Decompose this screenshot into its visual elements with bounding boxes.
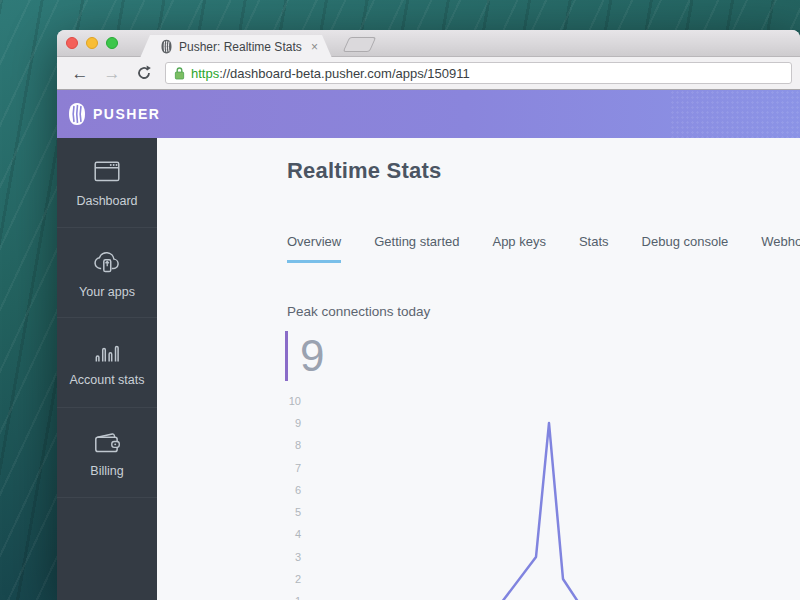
tab-stats[interactable]: Stats [579, 234, 609, 263]
stat-accent-bar [285, 331, 288, 381]
cloud-upload-icon [91, 247, 123, 277]
minimize-window-button[interactable] [86, 37, 98, 49]
close-window-button[interactable] [66, 37, 78, 49]
dashboard-icon [92, 158, 122, 186]
connections-line-chart [283, 390, 800, 600]
url-path: ://dashboard-beta.pusher.com/apps/150911 [219, 66, 470, 81]
sidebar-item-account-stats[interactable]: Account stats [57, 318, 157, 408]
tab-overview[interactable]: Overview [287, 234, 341, 263]
window-controls [66, 37, 118, 49]
desktop-wallpaper: Pusher: Realtime Stats - O × ← → [0, 0, 800, 600]
sidebar-item-label: Dashboard [76, 194, 137, 208]
stat-label: Peak connections today [287, 304, 430, 319]
url-scheme: https [191, 66, 219, 81]
pusher-favicon-icon [160, 39, 173, 54]
app-header: PUSHER [57, 90, 800, 138]
sidebar-item-dashboard[interactable]: Dashboard [57, 138, 157, 228]
pusher-brand[interactable]: PUSHER [67, 102, 160, 126]
tab-title: Pusher: Realtime Stats - O [179, 40, 305, 54]
page-title: Realtime Stats [287, 158, 441, 184]
line-series [486, 423, 592, 600]
tab-debug-console[interactable]: Debug console [642, 234, 729, 263]
tab-close-icon[interactable]: × [311, 41, 318, 53]
browser-tab[interactable]: Pusher: Realtime Stats - O × [140, 35, 332, 58]
sidebar-item-your-apps[interactable]: Your apps [57, 228, 157, 318]
tab-webhooks[interactable]: Webhooks [761, 234, 800, 263]
main-content: Realtime Stats Overview Getting started … [157, 138, 800, 600]
zoom-window-button[interactable] [106, 37, 118, 49]
sidebar-item-label: Billing [90, 464, 123, 478]
url-text: https://dashboard-beta.pusher.com/apps/1… [191, 66, 470, 81]
tab-app-keys[interactable]: App keys [492, 234, 545, 263]
new-tab-button[interactable] [343, 37, 377, 52]
sidebar: Dashboard Your apps [57, 138, 157, 600]
sidebar-item-label: Account stats [69, 373, 144, 387]
brand-name: PUSHER [93, 106, 160, 122]
browser-window: Pusher: Realtime Stats - O × ← → [57, 30, 800, 600]
peak-connections-stat: 9 [285, 331, 324, 381]
pusher-logo-icon [67, 102, 87, 126]
browser-toolbar: ← → https://dashboard-beta.pusher.com/ap… [57, 57, 800, 90]
stat-value: 9 [300, 334, 324, 378]
sidebar-item-billing[interactable]: Billing [57, 408, 157, 498]
forward-button[interactable]: → [101, 65, 123, 82]
back-button[interactable]: ← [69, 65, 91, 82]
sidebar-item-label: Your apps [79, 285, 135, 299]
bar-chart-icon [91, 339, 123, 365]
lock-icon [174, 66, 185, 80]
wallet-icon [91, 428, 123, 456]
tab-getting-started[interactable]: Getting started [374, 234, 459, 263]
browser-tab-bar: Pusher: Realtime Stats - O × [57, 30, 800, 57]
page-tabs: Overview Getting started App keys Stats … [287, 234, 800, 263]
address-bar[interactable]: https://dashboard-beta.pusher.com/apps/1… [165, 62, 792, 84]
refresh-button[interactable] [133, 65, 155, 81]
